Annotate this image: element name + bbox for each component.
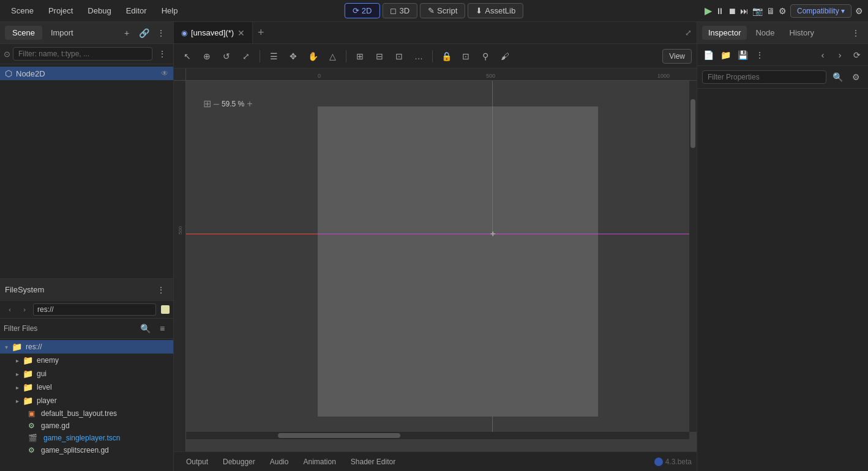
scene-filter-input[interactable] <box>13 47 152 61</box>
bottom-tab-output[interactable]: Output <box>179 455 215 469</box>
zoom-in-icon[interactable]: + <box>247 98 252 109</box>
mode-2d-button[interactable]: ⟳ 2D <box>345 3 380 18</box>
fs-item-gamegd[interactable]: ⚙ game.gd <box>0 420 173 432</box>
tool-rect[interactable]: ☰ <box>265 48 282 65</box>
mode-script-button[interactable]: ✎ Script <box>420 3 465 18</box>
tab-scene[interactable]: Scene <box>5 26 42 40</box>
inspector-save-button[interactable]: 💾 <box>735 48 750 62</box>
bottom-tab-debugger[interactable]: Debugger <box>215 455 263 469</box>
tool-snap-grid[interactable]: ⊟ <box>371 48 388 65</box>
zoom-reset-icon[interactable]: ⊞ <box>203 98 211 109</box>
tool-lock[interactable]: 🔒 <box>438 48 455 65</box>
fs-item-enemy[interactable]: ▸ 📁 enemy <box>0 354 173 367</box>
nav-back-button[interactable]: ‹ <box>4 303 16 316</box>
file-gd2-icon: ⚙ <box>28 446 35 454</box>
step-button[interactable]: ⏭ <box>740 6 749 16</box>
filesystem-header: FileSystem ⋮ <box>0 279 173 301</box>
menu-editor[interactable]: Editor <box>120 4 153 18</box>
camera-button[interactable]: 📷 <box>752 6 763 16</box>
tool-group[interactable]: ⊡ <box>457 48 474 65</box>
folder-level-icon: 📁 <box>23 382 33 392</box>
vertical-scrollbar-thumb[interactable] <box>690 99 695 148</box>
mode-assetlib-button[interactable]: ⬇ AssetLib <box>468 3 523 18</box>
settings-button[interactable]: ⚙ <box>779 6 787 16</box>
tool-move[interactable]: ⊕ <box>198 48 215 65</box>
filesystem-sort-button[interactable]: ≡ <box>155 321 170 336</box>
inspector-folder-button[interactable]: 📁 <box>718 48 733 62</box>
zoom-out-icon[interactable]: – <box>214 98 219 109</box>
fs-item-gui[interactable]: ▸ 📁 gui <box>0 367 173 380</box>
tree-item-node2d[interactable]: ⬡ Node2D 👁 <box>0 67 173 80</box>
tab-close-button[interactable]: ✕ <box>238 28 245 38</box>
stop-button[interactable]: ⏹ <box>728 6 736 16</box>
compatibility-button[interactable]: Compatibility ▾ <box>790 4 851 18</box>
menu-project[interactable]: Project <box>42 4 79 18</box>
right-tab-inspector[interactable]: Inspector <box>702 26 747 40</box>
filter-search-icon[interactable]: 🔍 <box>830 70 845 84</box>
tool-scale[interactable]: ⤢ <box>238 48 255 65</box>
right-tab-node[interactable]: Node <box>749 26 780 40</box>
fs-item-splitscreen[interactable]: ⚙ game_splitscreen.gd <box>0 444 173 456</box>
inspector-forward-button[interactable]: › <box>832 48 847 62</box>
right-panel-more-button[interactable]: ⋮ <box>848 26 863 40</box>
menu-help[interactable]: Help <box>155 4 184 18</box>
screen-button[interactable]: 🖥 <box>766 6 775 16</box>
add-node-button[interactable]: + <box>119 26 134 40</box>
play-button[interactable]: ▶ <box>705 5 712 17</box>
tool-paint[interactable]: 🖌 <box>496 48 514 65</box>
link-button[interactable]: 🔗 <box>137 26 151 40</box>
bottom-tab-audio[interactable]: Audio <box>263 455 296 469</box>
menu-debug[interactable]: Debug <box>81 4 117 18</box>
inspector-history-button[interactable]: ⟳ <box>850 48 864 62</box>
tool-pivot[interactable]: ✥ <box>285 48 302 65</box>
fs-item-res[interactable]: ▾ 📁 res:// <box>0 340 173 354</box>
nav-forward-button[interactable]: › <box>18 303 31 316</box>
tool-pan[interactable]: ✋ <box>304 48 321 65</box>
more-options-button[interactable]: ⚙ <box>855 6 863 16</box>
tab-expand-button[interactable]: ⤢ <box>680 28 697 37</box>
tool-more-options[interactable]: ⊡ <box>391 48 408 65</box>
mode-3d-button[interactable]: ◻ 3D <box>382 3 417 18</box>
tool-overflow[interactable]: … <box>410 48 427 65</box>
fs-item-level[interactable]: ▸ 📁 level <box>0 380 173 394</box>
vertical-scrollbar[interactable] <box>689 81 697 432</box>
filesystem-options-button[interactable]: ⋮ <box>154 283 168 297</box>
pause-button[interactable]: ⏸ <box>716 6 724 16</box>
scene-options-button[interactable]: ⋮ <box>154 26 168 40</box>
right-tab-history[interactable]: History <box>784 26 820 40</box>
inspector-back-button[interactable]: ‹ <box>815 48 830 62</box>
canvas-background: ✛ <box>186 81 689 432</box>
horizontal-scrollbar-thumb[interactable] <box>278 433 400 438</box>
visibility-icon[interactable]: 👁 <box>161 69 168 78</box>
viewport-rect-bottom <box>318 234 598 417</box>
inspector-toolbar: 📄 📁 💾 ⋮ ‹ › ⟳ <box>697 44 868 66</box>
bottom-tab-animation[interactable]: Animation <box>296 455 343 469</box>
tool-snap-triangle[interactable]: △ <box>324 48 341 65</box>
godot-icon <box>654 458 663 466</box>
inspector-file-button[interactable]: 📄 <box>701 48 716 62</box>
editor-tab-unsaved[interactable]: ◉ [unsaved](*) ✕ <box>174 22 253 43</box>
menu-scene[interactable]: Scene <box>5 4 40 18</box>
tool-grid[interactable]: ⊞ <box>351 48 369 65</box>
bottom-tab-shader-editor[interactable]: Shader Editor <box>343 455 403 469</box>
filesystem-title: FileSystem <box>5 285 151 294</box>
filesystem-search-button[interactable]: 🔍 <box>138 321 152 336</box>
fs-item-singleplayer[interactable]: 🎬 game_singleplayer.tscn <box>0 432 173 444</box>
horizontal-scrollbar[interactable] <box>186 432 689 439</box>
tool-bone[interactable]: ⚲ <box>477 48 494 65</box>
add-tab-button[interactable]: + <box>253 26 269 39</box>
chevron-down-icon: ▾ <box>5 344 8 350</box>
right-panel-actions: ⋮ <box>848 26 863 40</box>
view-button[interactable]: View <box>662 49 692 64</box>
inspector-menu-button[interactable]: ⋮ <box>752 48 767 62</box>
fs-item-tres[interactable]: ▣ default_bus_layout.tres <box>0 407 173 420</box>
tab-import[interactable]: Import <box>43 26 81 40</box>
tool-rotate[interactable]: ↺ <box>218 48 235 65</box>
tool-select[interactable]: ↖ <box>179 48 196 65</box>
filter-options-icon[interactable]: ⚙ <box>848 70 863 84</box>
canvas-area[interactable]: 0 500 1000 500 ⊞ – 59.5 % + <box>174 69 697 451</box>
scene-filter-options[interactable]: ⋮ <box>155 46 170 61</box>
left-panel: Scene Import + 🔗 ⋮ ⊙ ⋮ ⬡ Node2D 👁 <box>0 22 174 471</box>
fs-item-player[interactable]: ▸ 📁 player <box>0 394 173 407</box>
filter-properties-input[interactable] <box>702 70 826 84</box>
